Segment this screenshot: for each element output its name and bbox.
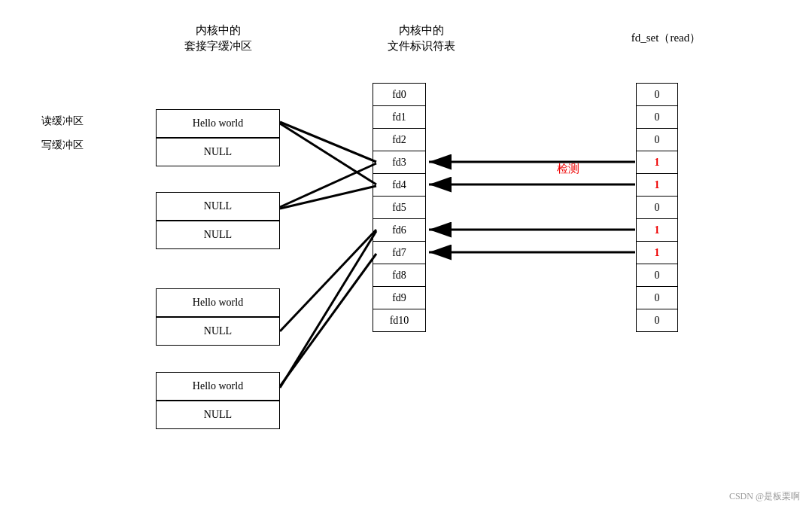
- buf3a: Hello world: [156, 288, 280, 317]
- fdset-row-3: 1: [637, 151, 678, 174]
- fd-row-fd9: fd9: [373, 287, 426, 309]
- svg-line-0: [280, 122, 376, 162]
- detect-label: 检测: [557, 162, 579, 176]
- fdset-row-4: 1: [637, 174, 678, 197]
- fdset-row-1: 0: [637, 106, 678, 129]
- fd-row-fd8: fd8: [373, 264, 426, 287]
- fd-row-fd4: fd4: [373, 174, 426, 197]
- fd-table-header: 内核中的文件标识符表: [373, 23, 470, 54]
- buf2b: NULL: [156, 221, 280, 249]
- fdset-row-2: 0: [637, 129, 678, 151]
- fd-row-fd3: fd3: [373, 151, 426, 174]
- diagram: 内核中的套接字缓冲区 内核中的文件标识符表 fd_set（read） 读缓冲区 …: [0, 0, 812, 512]
- buf2a: NULL: [156, 192, 280, 221]
- svg-line-5: [280, 254, 376, 386]
- buf1a: Hello world: [156, 109, 280, 138]
- fdset-row-8: 0: [637, 264, 678, 287]
- write-buffer-label: 写缓冲区: [41, 139, 84, 152]
- fd-table: fd0fd1fd2fd3fd4fd5fd6fd7fd8fd9fd10: [373, 83, 426, 332]
- fd-row-fd5: fd5: [373, 197, 426, 219]
- buf1b: NULL: [156, 138, 280, 166]
- fdset-header: fd_set（read）: [617, 30, 715, 46]
- watermark: CSDN @是板栗啊: [729, 490, 800, 503]
- fdset-row-5: 0: [637, 197, 678, 219]
- fdset-row-7: 1: [637, 242, 678, 264]
- fd-row-fd10: fd10: [373, 309, 426, 332]
- svg-line-1: [280, 123, 376, 184]
- svg-line-6: [280, 231, 376, 388]
- read-buffer-label: 读缓冲区: [41, 114, 84, 128]
- fd-row-fd7: fd7: [373, 242, 426, 264]
- buf4a: Hello world: [156, 372, 280, 401]
- svg-line-3: [280, 186, 376, 209]
- fd-row-fd0: fd0: [373, 84, 426, 106]
- svg-line-2: [280, 163, 376, 207]
- buf3b: NULL: [156, 317, 280, 346]
- fd-row-fd6: fd6: [373, 219, 426, 242]
- fdset-row-6: 1: [637, 219, 678, 242]
- fdset-table: 00011011000: [636, 83, 678, 332]
- fd-row-fd1: fd1: [373, 106, 426, 129]
- fd-row-fd2: fd2: [373, 129, 426, 151]
- socket-buffer-header: 内核中的套接字缓冲区: [156, 23, 280, 54]
- fdset-row-9: 0: [637, 287, 678, 309]
- buf4b: NULL: [156, 401, 280, 429]
- fdset-row-10: 0: [637, 309, 678, 332]
- fdset-row-0: 0: [637, 84, 678, 106]
- svg-line-4: [280, 230, 376, 331]
